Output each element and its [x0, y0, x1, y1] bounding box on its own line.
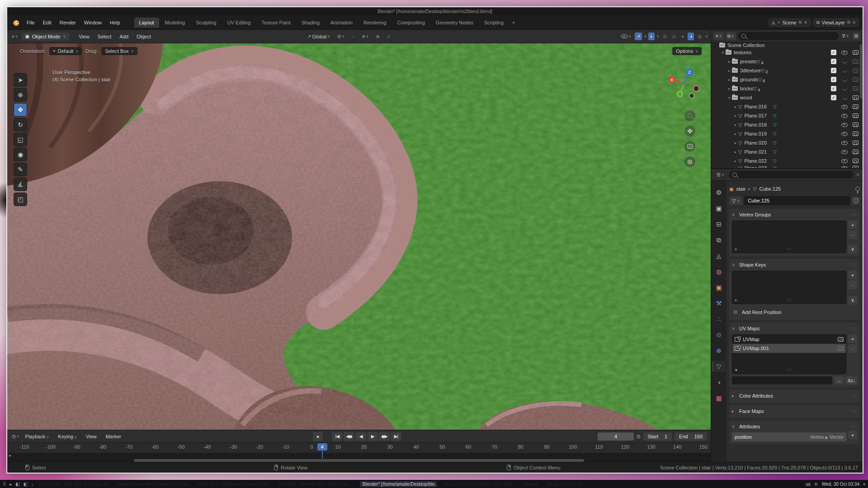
scene-selector[interactable]: ◬∨ Scene ⧉ ✕ [769, 19, 811, 27]
properties-tab-material[interactable]: ◑ [712, 377, 726, 388]
menu-edit[interactable]: Edit [39, 18, 56, 27]
viewport-menu-view[interactable]: View [75, 32, 94, 41]
tray-gear-icon[interactable]: ⚙ [814, 482, 818, 487]
tab-modeling[interactable]: Modeling [160, 18, 190, 28]
tab-sculpting[interactable]: Sculpting [191, 18, 221, 28]
taskbar-item[interactable]: _fip.rec.10.5.0.150... [545, 482, 586, 487]
show-gizmo-toggle[interactable]: ↗ [635, 33, 642, 40]
uv-swap-button[interactable]: ↔ [834, 376, 844, 385]
outliner-row[interactable]: ▸presets▽4✓ [711, 57, 863, 66]
measure-tool[interactable]: ∡ [14, 178, 27, 191]
play-button[interactable]: ▶ [367, 432, 378, 441]
properties-tab-object[interactable]: ▣ [712, 282, 726, 293]
proportional-falloff-dropdown[interactable]: ∧ [385, 33, 392, 40]
outliner-row[interactable]: ▸▽Plane.022▽ [711, 156, 863, 165]
tab-uv-editing[interactable]: UV Editing [222, 18, 255, 28]
outliner-row[interactable]: ▸▽Plane.018▽ [711, 120, 863, 129]
add-rest-position-checkbox[interactable] [733, 310, 738, 315]
eye-open-icon[interactable] [841, 114, 848, 118]
outliner-row[interactable]: ▸▽Plane.016▽ [711, 102, 863, 111]
expand-arrow-icon[interactable]: ▸ [733, 141, 738, 145]
stopwatch-icon[interactable]: ◷ [637, 434, 641, 439]
vertex-group-remove-button[interactable]: − [848, 230, 857, 239]
transform-orientation-dropdown[interactable]: ↗Global∨ [306, 33, 332, 41]
taskbar-item[interactable]: Chain Hollow Metal Small Cock Ca... [117, 482, 191, 487]
ortho-toggle-icon[interactable]: ⊞ [684, 156, 695, 167]
options-dropdown[interactable]: Options∨ [672, 47, 702, 55]
eye-open-icon[interactable] [841, 123, 848, 127]
tab-layout[interactable]: Layout [134, 18, 159, 28]
mesh-name-field[interactable]: Cube.125 [744, 196, 850, 205]
taskbar-item[interactable]: Blender* [/home/amalie/Desktop/ble... [360, 481, 437, 487]
shading-wireframe-button[interactable]: ◎ [670, 33, 678, 40]
camera-visibility-icon[interactable] [853, 131, 859, 136]
eye-closed-icon[interactable] [842, 78, 848, 81]
new-collection-button[interactable]: ⊞ [853, 32, 860, 40]
attribute-row-position[interactable]: position Vertex ▶ Vector [732, 432, 846, 441]
properties-search-input[interactable] [729, 171, 854, 178]
timeline-menu-playback[interactable]: Playback ∨ [21, 432, 53, 441]
viewlayer-selector[interactable]: ⧉ ViewLayer ⧉ ✕ [813, 19, 859, 27]
annotate-tool[interactable]: ✎ [14, 163, 27, 176]
scale-tool[interactable]: ◱ [14, 133, 27, 146]
properties-tab-render[interactable]: ▣ [712, 203, 726, 214]
properties-tab-view-layer[interactable]: ⧉ [712, 235, 726, 245]
properties-editor-type-button[interactable]: ☰∨ [715, 171, 726, 178]
properties-tab-constraints[interactable]: ⊛ [712, 345, 726, 356]
prev-frame-button[interactable]: ◀ [355, 432, 366, 441]
properties-tab-modifiers[interactable]: ⚒ [712, 298, 726, 309]
checkbox-icon[interactable]: ✓ [831, 59, 836, 64]
uv-map-remove-button[interactable]: − [848, 344, 857, 353]
rotate-tool[interactable]: ↻ [14, 118, 27, 131]
tab-texture-paint[interactable]: Texture Paint [256, 18, 295, 28]
navigation-gizmo[interactable]: Z Y X [666, 66, 702, 101]
current-frame-indicator[interactable]: 4 [317, 443, 327, 450]
taskbar-item[interactable]: POWGE Twotrees MXL Open Sync... [279, 482, 354, 487]
remove-viewlayer-icon[interactable]: ✕ [852, 20, 856, 25]
move-tool[interactable]: ✥ [14, 103, 27, 117]
expand-arrow-icon[interactable]: ▸ [733, 105, 738, 109]
timeline-track[interactable] [7, 453, 711, 459]
checkbox-icon[interactable]: ✓ [831, 95, 836, 100]
timeline-editor-type-button[interactable]: ◷∨ [10, 432, 21, 440]
auto-keying-toggle[interactable]: ● [313, 432, 323, 441]
properties-tab-data[interactable]: ▽ [712, 361, 726, 372]
shape-key-remove-button[interactable]: − [848, 281, 857, 289]
gizmo-dropdown[interactable]: ∨ [644, 34, 646, 38]
expand-arrow-icon[interactable]: ▾ [720, 51, 726, 55]
camera-visibility-icon[interactable] [853, 159, 859, 163]
vertex-group-add-button[interactable]: + [848, 221, 857, 229]
attributes-header[interactable]: ∨Attributes∷∷ [732, 422, 857, 431]
eye-closed-icon[interactable] [842, 87, 848, 90]
camera-visibility-icon[interactable] [853, 95, 859, 100]
show-overlays-toggle[interactable]: ◐ [648, 33, 655, 40]
taskbar-item[interactable]: lossens [523, 482, 538, 487]
mesh-browse-dropdown[interactable]: ▽∨ [729, 197, 742, 205]
timeline-ruler[interactable]: -110-100-90-80-70-60-50-40-30-20-1001020… [7, 443, 711, 453]
shape-key-add-button[interactable]: + [848, 271, 857, 279]
properties-tab-tool[interactable]: ⚙ [712, 187, 726, 198]
jump-to-end-button[interactable]: ▶| [391, 432, 401, 441]
outliner-row[interactable]: ▾wood✓ [711, 93, 863, 102]
properties-tab-texture[interactable]: ▦ [712, 393, 726, 404]
shape-keys-list[interactable]: ▸∷∷ [732, 271, 846, 304]
expand-arrow-icon[interactable]: ▸ [726, 69, 732, 73]
current-frame-field[interactable]: 4 [598, 432, 634, 441]
outliner-row[interactable]: ▾textures✓ [711, 48, 863, 57]
folder-icon[interactable]: ◧ [15, 482, 19, 487]
unlink-scene-icon[interactable]: ✕ [804, 20, 807, 25]
eye-open-icon[interactable] [841, 141, 848, 145]
expand-arrow-icon[interactable]: ▸ [726, 78, 732, 82]
tab-geometry-nodes[interactable]: Geometry Nodes [431, 18, 478, 28]
proportional-edit-toggle[interactable]: ◉ [374, 33, 382, 40]
pan-hand-icon[interactable]: ✥ [684, 126, 695, 136]
tab-shading[interactable]: Shading [297, 18, 325, 28]
window-titlebar[interactable]: Blender* [/home/amalie/Desktop/blender/r… [7, 7, 863, 15]
workspace-icon[interactable]: ⠿ [3, 482, 6, 487]
taskbar-launcher-icons[interactable]: ⠿ ▸ ◧ ◧ ↓ [3, 482, 33, 487]
properties-tab-world[interactable]: ◍ [712, 266, 726, 277]
prev-keyframe-button[interactable]: ◀◆ [344, 432, 354, 441]
camera-disabled-icon[interactable] [853, 68, 859, 73]
new-scene-icon[interactable]: ⧉ [799, 20, 802, 25]
outliner-row[interactable]: ▸▽Plane.020▽ [711, 138, 863, 147]
